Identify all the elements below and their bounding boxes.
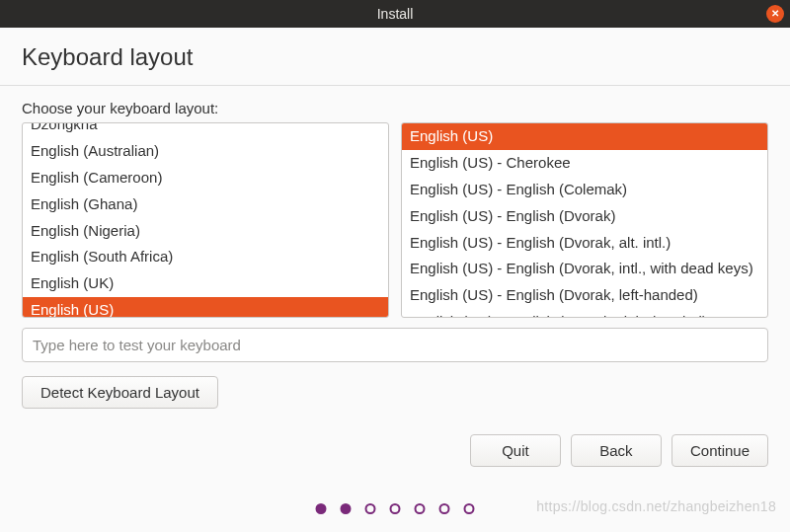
- content-area: Keyboard layout Choose your keyboard lay…: [0, 28, 790, 467]
- layout-item[interactable]: English (Ghana): [23, 191, 388, 218]
- close-icon: ✕: [771, 9, 779, 19]
- layout-listbox[interactable]: DzongkhaEnglish (Australian)English (Cam…: [22, 122, 389, 318]
- divider: [0, 85, 790, 86]
- layout-item[interactable]: English (Cameroon): [23, 165, 388, 191]
- progress-dot: [415, 503, 426, 514]
- layout-lists: DzongkhaEnglish (Australian)English (Cam…: [22, 122, 768, 318]
- progress-dot: [464, 503, 475, 514]
- layout-item[interactable]: English (US): [23, 297, 388, 318]
- watermark: https://blog.csdn.net/zhangbeizhen18: [536, 498, 776, 514]
- titlebar: Install ✕: [0, 0, 790, 28]
- variant-item[interactable]: English (US): [402, 123, 767, 150]
- layout-item[interactable]: Dzongkha: [23, 123, 388, 138]
- layout-item[interactable]: English (South Africa): [23, 244, 388, 270]
- footer-buttons: Quit Back Continue: [22, 434, 768, 467]
- variant-listbox[interactable]: English (US)English (US) - CherokeeEngli…: [401, 122, 768, 318]
- variant-item[interactable]: English (US) - Cherokee: [402, 150, 767, 177]
- instruction-label: Choose your keyboard layout:: [22, 100, 768, 116]
- progress-dot: [316, 503, 327, 514]
- variant-item[interactable]: English (US) - English (Dvorak, intl., w…: [402, 256, 767, 282]
- variant-item[interactable]: English (US) - English (Colemak): [402, 177, 767, 203]
- window-title: Install: [377, 6, 414, 22]
- variant-item[interactable]: English (US) - English (Dvorak, left-han…: [402, 282, 767, 309]
- progress-dot: [341, 503, 352, 514]
- variant-item[interactable]: English (US) - English (Dvorak): [402, 203, 767, 230]
- variant-item[interactable]: English (US) - English (Dvorak, right-ha…: [402, 309, 767, 318]
- progress-dots: [316, 503, 475, 514]
- detect-layout-button[interactable]: Detect Keyboard Layout: [22, 376, 218, 409]
- back-button[interactable]: Back: [571, 434, 662, 467]
- keyboard-test-input[interactable]: [22, 328, 768, 362]
- layout-item[interactable]: English (UK): [23, 270, 388, 297]
- variant-item[interactable]: English (US) - English (Dvorak, alt. int…: [402, 230, 767, 257]
- continue-button[interactable]: Continue: [672, 434, 768, 467]
- page-title: Keyboard layout: [22, 43, 768, 71]
- progress-dot: [365, 503, 376, 514]
- layout-item[interactable]: English (Australian): [23, 138, 388, 165]
- layout-item[interactable]: English (Nigeria): [23, 218, 388, 245]
- close-button[interactable]: ✕: [766, 5, 784, 23]
- progress-dot: [439, 503, 450, 514]
- progress-dot: [390, 503, 401, 514]
- quit-button[interactable]: Quit: [470, 434, 561, 467]
